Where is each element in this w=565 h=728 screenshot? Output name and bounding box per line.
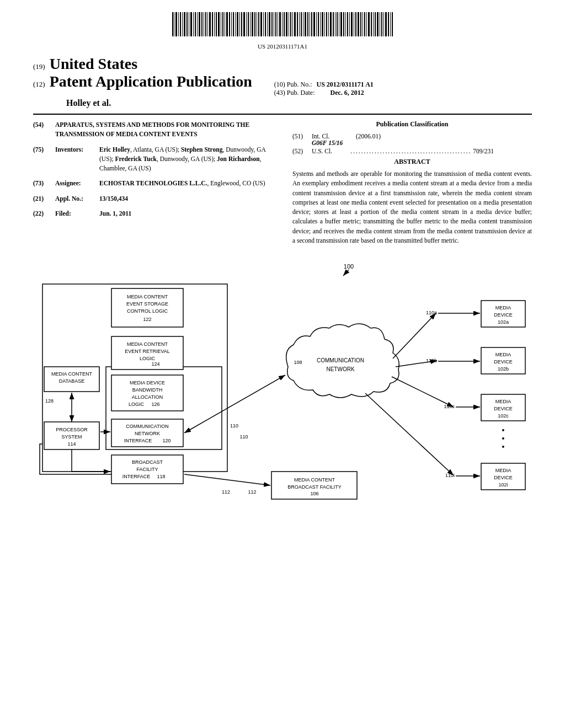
- retrieval-text2: EVENT RETRIEVAL: [125, 349, 170, 354]
- svg-rect-80: [339, 12, 339, 36]
- comm-network-text1: COMMUNICATION: [317, 357, 364, 363]
- svg-rect-89: [358, 12, 359, 36]
- processor-text1: PROCESSOR: [56, 427, 88, 432]
- svg-rect-81: [340, 12, 342, 36]
- svg-rect-86: [351, 12, 353, 36]
- svg-rect-103: [388, 12, 389, 36]
- label-108: 108: [294, 360, 302, 365]
- svg-rect-29: [231, 12, 232, 36]
- svg-rect-7: [184, 12, 185, 36]
- svg-rect-38: [250, 12, 250, 36]
- section-75: (75) Inventors: Eric Holley, Atlanta, GA…: [33, 145, 276, 174]
- processor-text2: SYSTEM: [61, 434, 82, 440]
- svg-rect-12: [195, 12, 196, 36]
- md-102i-text2: DEVICE: [494, 475, 513, 480]
- svg-rect-83: [345, 12, 346, 36]
- pub-date-value: Dec. 6, 2012: [330, 89, 364, 97]
- country-label: (19): [33, 62, 45, 71]
- pub-number: US 20120311171A1: [33, 43, 532, 50]
- svg-rect-58: [292, 12, 293, 36]
- label-128: 128: [45, 398, 54, 404]
- svg-rect-76: [330, 12, 332, 36]
- svg-rect-10: [190, 12, 192, 36]
- svg-rect-91: [363, 12, 363, 36]
- section-54-num: (54): [33, 120, 55, 140]
- svg-rect-68: [313, 12, 315, 36]
- section-21-num: (21): [33, 194, 55, 204]
- svg-rect-13: [197, 12, 198, 36]
- comm-interface-text3: INTERFACE: [124, 438, 152, 443]
- page: // barcode drawn below: [0, 0, 565, 728]
- section-54: (54) APPARATUS, SYSTEMS AND METHODS FOR …: [33, 120, 276, 140]
- svg-rect-24: [221, 12, 221, 36]
- svg-rect-75: [328, 12, 329, 36]
- label-112: 112: [248, 489, 256, 495]
- svg-rect-30: [233, 12, 234, 36]
- svg-rect-62: [301, 12, 302, 36]
- svg-rect-67: [311, 12, 312, 36]
- barcode-image: // barcode drawn below: [167, 11, 398, 39]
- diagram-svg: 100 MEDIA CONTENT TRANSMISSION DEVICE 10…: [34, 256, 531, 521]
- svg-rect-17: [205, 12, 206, 36]
- storage-text3: CONTROL LOGIC: [127, 308, 168, 314]
- svg-rect-71: [320, 12, 321, 36]
- svg-rect-69: [316, 12, 317, 36]
- svg-rect-48: [271, 12, 273, 36]
- storage-text1: MEDIA CONTENT: [127, 294, 168, 299]
- svg-rect-35: [243, 12, 245, 36]
- cl-51-value: (2006.01): [356, 133, 532, 140]
- svg-rect-59: [294, 12, 296, 36]
- svg-rect-95: [371, 12, 372, 36]
- svg-rect-41: [257, 12, 257, 36]
- section-75-content: Eric Holley, Atlanta, GA (US); Stephen S…: [99, 145, 276, 174]
- svg-rect-6: [182, 12, 183, 36]
- left-column: (54) APPARATUS, SYSTEMS AND METHODS FOR …: [33, 120, 276, 245]
- svg-rect-16: [204, 12, 204, 36]
- svg-rect-63: [303, 12, 303, 36]
- svg-rect-40: [254, 12, 255, 36]
- md-102i-text1: MEDIA: [495, 468, 511, 473]
- svg-rect-42: [258, 12, 259, 36]
- bandwidth-num: 126: [151, 402, 159, 407]
- svg-rect-64: [305, 12, 306, 36]
- svg-rect-54: [284, 12, 285, 36]
- svg-rect-101: [383, 12, 384, 36]
- section-73: (73) Assignee: ECHOSTAR TECHNOLOGIES L.L…: [33, 179, 276, 188]
- cl-51-num: (51): [292, 133, 312, 140]
- svg-rect-60: [297, 12, 298, 36]
- svg-rect-79: [337, 12, 338, 36]
- section-73-num: (73): [33, 179, 55, 188]
- svg-rect-8: [186, 12, 188, 36]
- country-name: United States: [50, 55, 137, 73]
- md-102i-num: 102i: [498, 482, 508, 488]
- section-21: (21) Appl. No.: 13/150,434: [33, 194, 276, 204]
- md-102c-text1: MEDIA: [495, 399, 511, 404]
- patent-type: Patent Application Publication: [50, 73, 252, 90]
- svg-rect-18: [207, 12, 208, 36]
- svg-rect-97: [375, 12, 376, 36]
- processor-num: 114: [67, 441, 76, 447]
- svg-rect-49: [274, 12, 274, 36]
- diagram-area: 100 MEDIA CONTENT TRANSMISSION DEVICE 10…: [33, 256, 532, 521]
- svg-rect-33: [239, 12, 240, 36]
- svg-rect-66: [310, 12, 310, 36]
- svg-rect-100: [381, 12, 382, 36]
- section-75-label: Inventors:: [55, 145, 99, 174]
- svg-rect-56: [289, 12, 289, 36]
- main-content: (54) APPARATUS, SYSTEMS AND METHODS FOR …: [33, 114, 532, 245]
- cl-row-52: (52) U.S. Cl. ..........................…: [292, 148, 532, 154]
- svg-rect-85: [349, 12, 350, 36]
- svg-rect-14: [199, 12, 200, 36]
- broadcast-facility-text1: MEDIA CONTENT: [294, 477, 335, 483]
- svg-rect-21: [214, 12, 215, 36]
- svg-rect-105: [392, 12, 393, 36]
- svg-rect-96: [373, 12, 374, 36]
- broadcast-interface-text3: INTERFACE: [122, 474, 151, 479]
- md-102c-num: 102c: [498, 413, 509, 419]
- svg-rect-99: [380, 12, 380, 36]
- svg-line-109: [343, 270, 349, 276]
- svg-rect-45: [265, 12, 266, 36]
- bandwidth-text1: MEDIA DEVICE: [130, 380, 165, 386]
- cl-52-num: (52): [292, 148, 312, 154]
- arrow-broadcast-to-facility: [184, 474, 270, 485]
